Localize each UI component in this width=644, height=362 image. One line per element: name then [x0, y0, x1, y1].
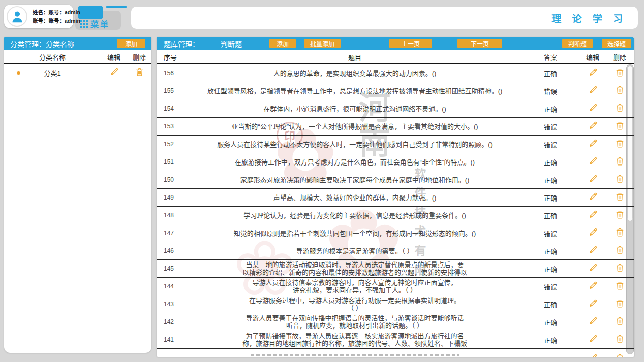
- category-panel-title: 分类管理：分类名称: [10, 39, 74, 49]
- question-no: 141: [157, 336, 187, 343]
- table-row: 142导游人员要善于在双向传播中把握语言的灵活性，与游客谈话时要能够听话 听音，…: [157, 313, 634, 331]
- category-add-button[interactable]: 添加: [117, 39, 145, 48]
- edit-icon[interactable]: [588, 139, 598, 148]
- category-col-name: 分类名称: [4, 52, 101, 62]
- clipped-text: [251, 354, 458, 356]
- delete-icon[interactable]: [615, 121, 625, 130]
- question-title: 学习理论认为，经验是行为变化的主要依据，信息是经验形成的重要条件。(): [187, 212, 523, 219]
- question-no: 144: [157, 283, 187, 290]
- edit-icon[interactable]: [588, 316, 598, 326]
- next-page-button[interactable]: 下一页: [457, 39, 502, 48]
- edit-icon[interactable]: [588, 174, 598, 184]
- delete-icon[interactable]: [615, 316, 625, 326]
- question-title: 知觉的相似原则是指若干个刺激共同包围一个空间，有形成同一知觉形态的倾向。(): [187, 229, 523, 237]
- delete-icon[interactable]: [615, 227, 625, 237]
- table-row: 152服务人员在接待某些行动不太方便的客人时，一定要让他们感到自己受到了非常特别…: [157, 136, 634, 153]
- edit-icon[interactable]: [588, 103, 598, 113]
- edit-icon[interactable]: [588, 85, 598, 95]
- category-row: 分类1: [4, 64, 151, 81]
- table-row: 151在旅游接待工作中，双方只考虑对方是什么角色，而社会角色有“非个性”的特点。…: [157, 153, 634, 171]
- table-row-clipped: [157, 349, 634, 357]
- grid-icon: [80, 20, 88, 28]
- question-answer: 正确: [523, 157, 578, 167]
- edit-icon[interactable]: [588, 353, 598, 357]
- table-row: 141为了预防错接事故，导游人员应认真逐一核实旅游客源地派出方旅行社的名 称，旅…: [157, 331, 634, 349]
- category-col-edit: 编辑: [101, 52, 127, 62]
- edit-icon[interactable]: [588, 121, 598, 130]
- edit-icon[interactable]: [588, 334, 598, 344]
- edit-icon[interactable]: [588, 68, 598, 77]
- table-row: 143在导游服务过程中，导游人员对游客进行劝服一定要根据事实讲明道理。 （ ）正…: [157, 295, 634, 313]
- question-answer: 正确: [523, 264, 578, 274]
- table-row: 144导游人员在接待信奉宗教的游客时，向客人宣传无神论时应正面宣传， 讲究礼貌，…: [157, 278, 634, 295]
- folder-icon: [78, 6, 103, 19]
- question-title: 当某一地的旅游活动被迫取消时，导游人员选定替代原景点的新景点后，要 以精彩的介绍…: [187, 261, 523, 276]
- delete-icon[interactable]: [615, 103, 625, 113]
- top-bar: 理 论 学 习: [131, 7, 638, 29]
- user-icon: [10, 9, 25, 24]
- edit-icon[interactable]: [588, 299, 598, 308]
- choice-question-tab[interactable]: 选择题: [602, 39, 631, 48]
- delete-icon[interactable]: [615, 245, 625, 255]
- table-row: 148学习理论认为，经验是行为变化的主要依据，信息是经验形成的重要条件。()正确: [157, 207, 634, 224]
- question-title: 导游人员在接待信奉宗教的游客时，向客人宣传无神论时应正面宣传， 讲究礼貌，要求同…: [187, 279, 523, 294]
- edit-icon[interactable]: [588, 227, 598, 237]
- question-answer: 正确: [523, 300, 578, 309]
- user-account-line: 账号：账号：admin: [33, 17, 80, 25]
- question-title: 导游服务的根本是满足游客的需要。（ ）: [187, 247, 523, 255]
- question-title: 亚当斯的“公平理论”认为，一个人对他所得报酬是否满意，主要看其绝对值的大小。(): [187, 123, 523, 130]
- delete-icon[interactable]: [615, 139, 625, 148]
- table-row: 146导游服务的根本是满足游客的需要。（ ）正确: [157, 242, 634, 260]
- question-col-title: 题目: [187, 52, 523, 62]
- delete-icon[interactable]: [615, 68, 625, 77]
- question-no: 151: [157, 158, 187, 166]
- edit-icon[interactable]: [588, 192, 598, 202]
- question-title: 导游人员要善于在双向传播中把握语言的灵活性，与游客谈话时要能够听话 听音，随机应…: [187, 314, 523, 330]
- question-title: 在导游服务过程中，导游人员对游客进行劝服一定要根据事实讲明道理。 （ ）: [187, 297, 523, 312]
- delete-icon[interactable]: [615, 263, 625, 273]
- prev-page-button[interactable]: 上一页: [389, 39, 432, 48]
- judge-question-tab[interactable]: 判断题: [562, 39, 593, 48]
- question-answer: 正确: [523, 193, 578, 203]
- edit-icon[interactable]: [588, 156, 598, 166]
- delete-icon[interactable]: [615, 85, 625, 95]
- delete-icon[interactable]: [615, 156, 625, 166]
- menu-label: 菜单: [90, 18, 110, 30]
- question-title: 家庭形态对旅游决策的影响主要取决于家庭每个成员在家庭中的地位和作用。(): [187, 176, 523, 184]
- edit-icon[interactable]: [588, 281, 598, 290]
- folder-tab-line: [106, 6, 127, 8]
- edit-icon[interactable]: [588, 245, 598, 255]
- delete-icon[interactable]: [615, 174, 625, 184]
- question-answer: 正确: [523, 104, 578, 114]
- question-title: 在旅游接待工作中，双方只考虑对方是什么角色，而社会角色有“非个性”的特点。(): [187, 158, 523, 166]
- question-panel-title: 题库管理：: [164, 39, 199, 49]
- question-no: 156: [157, 70, 187, 77]
- delete-icon[interactable]: [615, 334, 625, 344]
- delete-icon[interactable]: [615, 281, 625, 290]
- table-row: 153亚当斯的“公平理论”认为，一个人对他所得报酬是否满意，主要看其绝对值的大小…: [157, 118, 634, 136]
- question-no: 147: [157, 229, 187, 237]
- question-title: 服务人员在接待某些行动不太方便的客人时，一定要让他们感到自己受到了非常特别的照顾…: [187, 141, 523, 148]
- question-title: 人的意思的革命，是实现组织变革最强大的动力因素。(): [187, 70, 523, 77]
- question-col-edit: 编辑: [578, 52, 607, 62]
- edit-icon[interactable]: [109, 67, 119, 77]
- question-col-no: 序号: [157, 52, 187, 62]
- question-no: 149: [157, 194, 187, 201]
- table-row: 147知觉的相似原则是指若干个刺激共同包围一个空间，有形成同一知觉形态的倾向。(…: [157, 224, 634, 242]
- table-row: 150家庭形态对旅游决策的影响主要取决于家庭每个成员在家庭中的地位和作用。()正…: [157, 171, 634, 189]
- question-answer: 正确: [523, 211, 578, 220]
- question-answer: 错误: [523, 282, 578, 291]
- delete-icon[interactable]: [615, 353, 625, 357]
- delete-icon[interactable]: [615, 210, 625, 219]
- question-add-button[interactable]: 添加: [269, 39, 296, 48]
- menu-button[interactable]: 菜单: [80, 18, 110, 30]
- edit-icon[interactable]: [588, 210, 598, 219]
- delete-icon[interactable]: [615, 192, 625, 202]
- question-title: 声望高、规模大、效益好的企业的群体，内聚力就强。(): [187, 194, 523, 202]
- delete-icon[interactable]: [135, 67, 144, 77]
- edit-icon[interactable]: [588, 263, 598, 273]
- delete-icon[interactable]: [615, 299, 625, 308]
- table-row: 149声望高、规模大、效益好的企业的群体，内聚力就强。()正确: [157, 189, 634, 207]
- question-batch-add-button[interactable]: 批量添加: [304, 39, 341, 48]
- question-panel-subtitle: 判断题: [221, 39, 242, 49]
